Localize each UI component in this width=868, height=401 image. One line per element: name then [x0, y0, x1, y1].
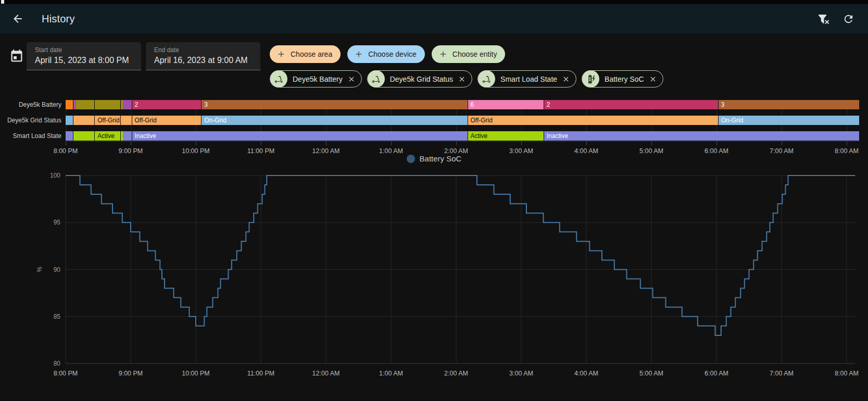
close-icon: [562, 75, 570, 83]
remove-entity-button[interactable]: [562, 75, 570, 83]
timeline-axis-label: 5:00 AM: [630, 147, 673, 155]
x-axis-tick-label: 3:00 AM: [509, 370, 533, 377]
timeline-axis-tick: [131, 141, 131, 145]
close-icon: [649, 75, 657, 83]
choose-device-button[interactable]: Choose device: [347, 45, 425, 63]
scooter-icon: [371, 74, 381, 84]
end-date-label: End date: [154, 46, 179, 54]
y-axis-tick-label: 85: [54, 313, 61, 320]
remove-filters-button[interactable]: [813, 8, 834, 29]
choose-entity-button[interactable]: Choose entity: [432, 45, 506, 63]
timeline-axis-label: 9:00 PM: [109, 147, 153, 155]
entity-chip[interactable]: Deye5k Grid Status: [367, 70, 472, 87]
x-axis-tick-label: 12:00 AM: [312, 370, 340, 377]
entity-chip-avatar: [582, 70, 599, 87]
timeline-axis-tick: [456, 141, 457, 145]
timeline-segment[interactable]: [123, 100, 132, 109]
timeline-axis-label: 8:00 PM: [44, 147, 87, 155]
timeline-axis-label: 6:00 AM: [695, 147, 738, 155]
timeline-segment[interactable]: Inactive: [132, 131, 468, 141]
timeline-row-label: Deye5k Grid Status: [0, 117, 61, 124]
remove-entity-button[interactable]: [347, 75, 356, 83]
timeline-segment[interactable]: Off-Grid: [95, 116, 120, 125]
timeline-axis-tick: [782, 141, 782, 145]
x-axis-tick-label: 7:00 AM: [770, 370, 794, 377]
timeline-axis-label: 8:00 AM: [825, 147, 868, 155]
timeline-chart[interactable]: 8:00 PM9:00 PM10:00 PM11:00 PM12:00 AM1:…: [0, 100, 868, 159]
entity-chip[interactable]: Smart Load State: [477, 70, 576, 87]
timeline-segment[interactable]: Off-Grid: [468, 116, 718, 125]
timeline-segment[interactable]: [66, 131, 73, 141]
timeline-axis-label: 10:00 PM: [174, 147, 218, 155]
timeline-segment[interactable]: [73, 131, 94, 141]
entity-chip-label: Smart Load State: [500, 75, 557, 83]
timeline-segment[interactable]: On-Grid: [202, 116, 467, 125]
remove-entity-button[interactable]: [649, 75, 657, 83]
refresh-button[interactable]: [838, 8, 859, 29]
entity-chip-avatar: [270, 70, 287, 87]
choose-entity-label: Choose entity: [452, 50, 497, 58]
timeline-segment[interactable]: Off-Grid: [132, 116, 202, 125]
timeline-segment[interactable]: Active: [95, 131, 120, 141]
timeline-axis-tick: [196, 141, 196, 145]
close-icon: [458, 75, 466, 83]
timeline-segment[interactable]: 3: [719, 100, 859, 109]
timeline-segment[interactable]: 3: [202, 100, 467, 109]
scooter-icon: [482, 74, 492, 84]
timeline-segment[interactable]: 6: [468, 100, 544, 109]
y-axis-tick-label: 80: [54, 360, 61, 367]
timeline-axis-label: 2:00 AM: [434, 147, 478, 155]
timeline-segment[interactable]: 2: [132, 100, 202, 109]
timeline-row-label: Deye5k Battery: [0, 101, 61, 108]
timeline-segment[interactable]: [95, 100, 120, 109]
browser-top-strip: [0, 0, 868, 4]
timeline-row-label: Smart Load State: [0, 132, 61, 140]
timeline-segment[interactable]: [73, 116, 94, 125]
page-title: History: [42, 13, 75, 25]
timeline-axis-label: 1:00 AM: [369, 147, 413, 155]
timeline-axis-tick: [66, 141, 66, 145]
plus-icon: [276, 49, 286, 59]
y-axis-tick-label: 100: [50, 172, 60, 179]
choose-area-button[interactable]: Choose area: [270, 45, 341, 63]
arrow-left-icon: [11, 12, 24, 25]
entity-chip-avatar: [368, 70, 385, 87]
timeline-segment[interactable]: On-Grid: [719, 116, 859, 125]
entity-chip[interactable]: Battery SoC: [582, 70, 663, 87]
timeline-segment[interactable]: [76, 100, 94, 109]
timeline-segment[interactable]: [123, 116, 132, 125]
entity-chip-label: Deye5k Battery: [293, 75, 343, 83]
timeline-segment[interactable]: Active: [468, 131, 544, 141]
battery-soc-series-line: [66, 176, 855, 335]
start-date-field[interactable]: Start date April 15, 2023 at 8:00 PM: [27, 42, 141, 70]
timeline-segment[interactable]: 2: [544, 100, 718, 109]
timeline-axis-tick: [261, 141, 261, 145]
filter-remove-icon: [817, 13, 829, 25]
x-axis-tick-label: 4:00 AM: [574, 370, 598, 377]
x-axis-tick-label: 8:00 PM: [54, 370, 78, 377]
y-axis-unit-label: %: [36, 267, 43, 272]
timeline-axis-tick: [651, 141, 652, 145]
start-date-label: Start date: [35, 46, 62, 54]
remove-entity-button[interactable]: [458, 75, 466, 83]
history-page: History Start date April 15, 2023 at 8:0…: [0, 0, 868, 401]
back-button[interactable]: [7, 8, 28, 29]
timeline-segment[interactable]: [66, 116, 73, 125]
battery-soc-line-chart[interactable]: 10095908580%8:00 PM9:00 PM10:00 PM11:00 …: [0, 156, 868, 401]
choose-area-label: Choose area: [291, 50, 332, 58]
end-date-field[interactable]: End date April 16, 2023 at 9:00 AM: [146, 42, 260, 70]
x-axis-tick-label: 8:00 AM: [835, 370, 859, 377]
timeline-axis-tick: [586, 141, 587, 145]
x-axis-tick-label: 9:00 PM: [119, 370, 143, 377]
add-filter-chips: Choose areaChoose deviceChoose entity: [270, 45, 505, 63]
timeline-segment[interactable]: [123, 131, 132, 141]
timeline-segment[interactable]: Inactive: [544, 131, 859, 141]
x-axis-tick-label: 5:00 AM: [639, 370, 663, 377]
plus-icon: [438, 49, 448, 59]
y-axis-tick-label: 90: [54, 266, 61, 273]
timeline-segment[interactable]: [66, 100, 73, 109]
entity-chip[interactable]: Deye5k Battery: [270, 70, 362, 87]
timeline-axis-label: 12:00 AM: [304, 147, 348, 155]
screen-artifact: [1, 0, 4, 4]
x-axis-tick-label: 11:00 PM: [247, 370, 275, 377]
